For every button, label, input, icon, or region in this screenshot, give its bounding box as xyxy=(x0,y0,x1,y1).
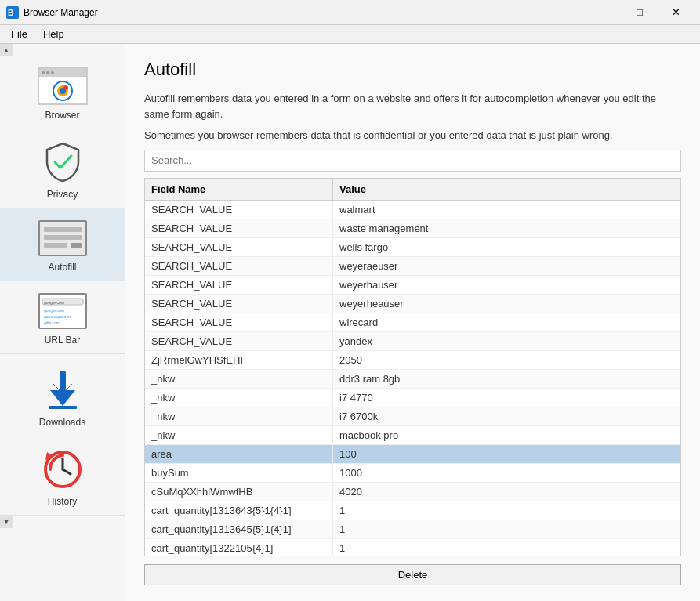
menu-help[interactable]: Help xyxy=(35,27,72,42)
autofill-icon xyxy=(38,219,88,257)
cell-field: ZjRrmelGwYHSfEHI xyxy=(145,351,333,369)
table-row[interactable]: _nkw macbook pro xyxy=(145,426,680,445)
svg-text:gamesspot.com: gamesspot.com xyxy=(44,314,71,319)
cell-field: _nkw xyxy=(145,389,333,407)
title-bar-text: Browser Manager xyxy=(24,7,586,18)
browser-icon xyxy=(38,67,88,105)
cell-field: SEARCH_VALUE xyxy=(145,219,333,237)
sidebar-item-downloads[interactable]: Downloads xyxy=(0,354,125,436)
svg-rect-9 xyxy=(44,243,67,248)
page-title: Autofill xyxy=(144,60,681,80)
cell-value: wells fargo xyxy=(333,238,680,256)
sidebar-item-history[interactable]: History xyxy=(0,436,125,516)
downloads-icon xyxy=(42,365,83,412)
table-row[interactable]: cart_quantity[1313643{5}1{4}1] 1 xyxy=(145,501,680,520)
sidebar-scroll-up[interactable]: ▲ xyxy=(0,44,13,56)
sidebar-item-privacy[interactable]: Privacy xyxy=(0,129,125,208)
main-layout: ▲ Browser xyxy=(0,44,700,601)
cell-field: cart_quantity[1313645{5}1{4}1] xyxy=(145,520,333,538)
cell-value: 1 xyxy=(333,539,680,556)
sidebar-scroll-down[interactable]: ▼ xyxy=(0,516,13,528)
table-header: Field Name Value xyxy=(145,179,680,201)
description-1: Autofill remembers data you entered in a… xyxy=(144,91,681,121)
table-row[interactable]: _nkw ddr3 ram 8gb xyxy=(145,370,680,389)
cell-value: i7 6700k xyxy=(333,407,680,425)
menu-bar: File Help xyxy=(0,25,700,44)
cell-value: i7 4770 xyxy=(333,389,680,407)
cell-value: weyerheauser xyxy=(333,295,680,313)
cell-value: weyeraeuser xyxy=(333,257,680,275)
cell-field: cart_quantity[1322105{4}1] xyxy=(145,539,333,556)
data-table: Field Name Value SEARCH_VALUE walmart SE… xyxy=(144,178,681,557)
close-button[interactable]: ✕ xyxy=(658,0,694,25)
sidebar-browser-label: Browser xyxy=(45,110,79,121)
table-row[interactable]: cSuMqXXhhlWmwfHB 4020 xyxy=(145,483,680,501)
svg-text:gifts.com: gifts.com xyxy=(44,320,60,325)
cell-value: 1 xyxy=(333,520,680,538)
maximize-button[interactable]: □ xyxy=(622,0,658,25)
table-row[interactable]: _nkw i7 4770 xyxy=(145,389,680,407)
cell-field: _nkw xyxy=(145,426,333,444)
table-row[interactable]: SEARCH_VALUE walmart xyxy=(145,201,680,219)
cell-field: _nkw xyxy=(145,370,333,388)
sidebar-item-urlbar[interactable]: google.com google.com gamesspot.com gift… xyxy=(0,281,125,354)
column-value: Value xyxy=(333,179,680,200)
svg-text:google.com: google.com xyxy=(44,300,64,305)
svg-text:google.com: google.com xyxy=(44,308,64,313)
sidebar: ▲ Browser xyxy=(0,44,125,601)
sidebar-item-browser[interactable]: Browser xyxy=(0,56,125,129)
menu-file[interactable]: File xyxy=(3,27,35,42)
sidebar-urlbar-label: URL Bar xyxy=(45,335,81,346)
cell-value: 1000 xyxy=(333,464,680,482)
cell-field: SEARCH_VALUE xyxy=(145,276,333,294)
table-row[interactable]: cart_quantity[1322105{4}1] 1 xyxy=(145,539,680,556)
table-row[interactable]: SEARCH_VALUE waste management xyxy=(145,219,680,238)
search-input[interactable] xyxy=(144,150,681,172)
cell-field: cart_quantity[1313643{5}1{4}1] xyxy=(145,501,333,520)
history-icon xyxy=(41,447,85,491)
table-row[interactable]: SEARCH_VALUE weyerheauser xyxy=(145,295,680,313)
cell-value: wirecard xyxy=(333,313,680,331)
table-row[interactable]: SEARCH_VALUE weyerhauser xyxy=(145,276,680,295)
minimize-button[interactable]: – xyxy=(586,0,622,25)
svg-point-5 xyxy=(63,85,68,90)
table-row[interactable]: SEARCH_VALUE weyeraeuser xyxy=(145,257,680,276)
table-row[interactable]: SEARCH_VALUE wirecard xyxy=(145,313,680,332)
column-field-name: Field Name xyxy=(145,179,333,200)
table-row[interactable]: SEARCH_VALUE wells fargo xyxy=(145,238,680,257)
browser-logo-icon xyxy=(49,80,77,102)
svg-rect-8 xyxy=(44,235,82,240)
cell-field: SEARCH_VALUE xyxy=(145,313,333,331)
cell-field: buySum xyxy=(145,464,333,482)
cell-field: _nkw xyxy=(145,407,333,425)
cell-value: macbook pro xyxy=(333,426,680,444)
privacy-shield-icon xyxy=(44,140,82,184)
cell-value: 100 xyxy=(333,445,680,463)
cell-field: SEARCH_VALUE xyxy=(145,332,333,350)
delete-button[interactable]: Delete xyxy=(144,564,681,585)
table-body[interactable]: SEARCH_VALUE walmart SEARCH_VALUE waste … xyxy=(145,201,680,556)
table-row[interactable]: ZjRrmelGwYHSfEHI 2050 xyxy=(145,351,680,370)
cell-value: weyerhauser xyxy=(333,276,680,294)
table-row[interactable]: SEARCH_VALUE yandex xyxy=(145,332,680,351)
cell-field: SEARCH_VALUE xyxy=(145,201,333,219)
cell-field: SEARCH_VALUE xyxy=(145,238,333,256)
table-row[interactable]: cart_quantity[1313645{5}1{4}1] 1 xyxy=(145,520,680,539)
sidebar-privacy-label: Privacy xyxy=(47,189,78,200)
table-row[interactable]: area 100 xyxy=(145,445,680,464)
sidebar-autofill-label: Autofill xyxy=(48,262,76,273)
svg-rect-22 xyxy=(49,406,77,409)
title-bar: B Browser Manager – □ ✕ xyxy=(0,0,700,25)
cell-field: SEARCH_VALUE xyxy=(145,257,333,275)
cell-value: 4020 xyxy=(333,483,680,501)
table-row[interactable]: _nkw i7 6700k xyxy=(145,407,680,426)
cell-value: yandex xyxy=(333,332,680,350)
cell-value: ddr3 ram 8gb xyxy=(333,370,680,388)
cell-value: 1 xyxy=(333,501,680,520)
table-row[interactable]: buySum 1000 xyxy=(145,464,680,483)
cell-field: cSuMqXXhhlWmwfHB xyxy=(145,483,333,501)
svg-text:B: B xyxy=(8,9,13,17)
sidebar-item-autofill[interactable]: Autofill xyxy=(0,208,125,281)
svg-rect-10 xyxy=(71,243,82,248)
cell-field: SEARCH_VALUE xyxy=(145,295,333,313)
